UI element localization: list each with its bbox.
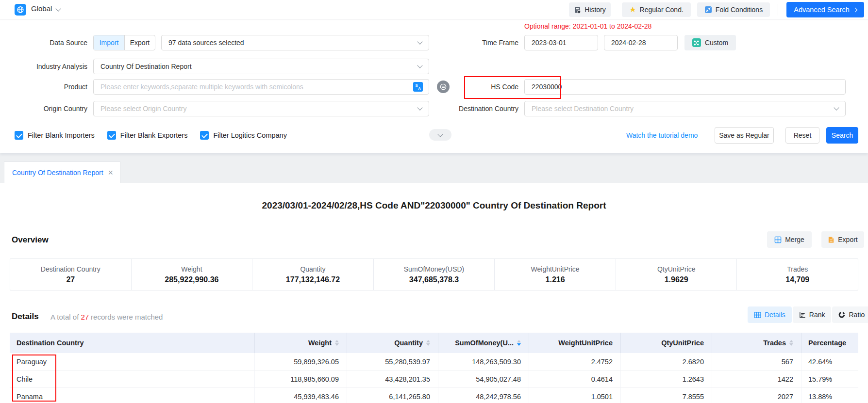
translate-icon[interactable]: A: [413, 82, 423, 92]
region-selector[interactable]: [15, 4, 26, 16]
date-end-input[interactable]: [604, 35, 678, 50]
sort-icon[interactable]: [335, 340, 339, 346]
save-as-regular-button[interactable]: Save as Regular: [715, 127, 774, 144]
cell-weight-unit-price: 0.4614: [529, 371, 621, 387]
col-header-percentage: Percentage: [801, 333, 858, 353]
history-button[interactable]: History: [569, 2, 611, 17]
col-header-destination-country: Destination Country: [10, 333, 255, 353]
industry-analysis-select[interactable]: Country Of Destination Report: [93, 59, 429, 74]
export-button[interactable]: Export: [821, 231, 864, 248]
merge-label: Merge: [785, 236, 804, 243]
tab-country-of-destination-report[interactable]: Country Of Destination Report ×: [4, 161, 120, 183]
view-ratio-label: Ratio: [849, 311, 865, 319]
checkbox-checked-icon: [107, 131, 116, 140]
view-rank-button[interactable]: Rank: [793, 306, 832, 323]
table-row[interactable]: Chile 118,985,660.09 43,428,201.35 54,90…: [10, 371, 858, 388]
close-icon[interactable]: ×: [108, 168, 113, 177]
hs-code-field[interactable]: [531, 82, 839, 91]
match-suffix: records were matched: [91, 313, 163, 321]
topbar-divider: [778, 4, 778, 16]
merge-icon: [774, 236, 782, 243]
view-details-label: Details: [765, 311, 785, 319]
col-header-sum-of-money[interactable]: SumOfMoney(U...: [438, 333, 529, 353]
fold-collapse-icon: [704, 6, 712, 14]
custom-label: Custom: [705, 39, 728, 47]
import-tab[interactable]: Import: [94, 35, 124, 50]
stat-value: 1.216: [546, 275, 565, 284]
match-summary: A total of27records were matched: [50, 313, 163, 321]
search-form-panel: Optional range: 2021-01-01 to 2024-02-28…: [0, 19, 868, 153]
col-header-weight-unit-price: WeightUnitPrice: [529, 333, 621, 353]
cell-country: Chile: [10, 371, 255, 387]
reset-button[interactable]: Reset: [785, 127, 819, 144]
hs-code-input[interactable]: [524, 79, 846, 95]
cell-sum-of-money: 48,242,978.56: [438, 388, 529, 403]
table-row[interactable]: Paraguay 59,899,326.05 55,280,539.97 148…: [10, 353, 858, 371]
filter-blank-importers-checkbox[interactable]: Filter Blank Importers: [15, 131, 95, 140]
chevron-down-icon: [417, 39, 422, 44]
history-icon: [574, 6, 581, 14]
filter-blank-exporters-checkbox[interactable]: Filter Blank Exporters: [107, 131, 188, 140]
sort-icon-active-desc[interactable]: [517, 340, 521, 346]
data-sources-select[interactable]: 97 data sources selected: [161, 35, 429, 50]
checkbox-checked-icon: [200, 131, 209, 140]
filter-checkbox-row: Filter Blank Importers Filter Blank Expo…: [15, 131, 287, 140]
product-field[interactable]: [100, 82, 413, 91]
col-header-trades[interactable]: Trades: [712, 333, 801, 353]
cell-qty-unit-price: 2.6820: [621, 353, 712, 370]
date-start-input[interactable]: [524, 35, 598, 50]
data-source-toggle: Import Export: [93, 35, 155, 50]
stat-label: SumOfMoney(USD): [404, 265, 464, 273]
destination-country-select[interactable]: Please select Destination Country: [524, 101, 846, 116]
filter-blank-exporters-label: Filter Blank Exporters: [120, 131, 188, 139]
advanced-search-button[interactable]: Advanced Search: [786, 2, 864, 17]
cell-trades: 567: [712, 353, 801, 370]
tutorial-link[interactable]: Watch the tutorial demo: [626, 130, 698, 141]
col-header-qty-unit-price: QtyUnitPrice: [621, 333, 712, 353]
table-grid-icon: [754, 312, 761, 318]
cell-sum-of-money: 54,905,027.48: [438, 371, 529, 387]
stat-value: 27: [66, 275, 75, 284]
region-label[interactable]: Global: [31, 4, 52, 13]
col-header-weight[interactable]: Weight: [255, 333, 347, 353]
search-button[interactable]: Search: [826, 127, 858, 144]
history-label: History: [584, 6, 606, 14]
stat-label: WeightUnitPrice: [531, 265, 580, 273]
chevron-down-icon: [834, 105, 839, 110]
regular-cond-button[interactable]: ★ Regular Cond.: [622, 2, 691, 17]
chevron-down-icon: [437, 131, 443, 137]
fold-conditions-button[interactable]: Fold Conditions: [697, 2, 770, 17]
pie-chart-icon: [838, 311, 845, 318]
filter-logitics-company-checkbox[interactable]: Filter Logitics Company: [200, 131, 287, 140]
sort-icon[interactable]: [789, 340, 793, 346]
export-tab[interactable]: Export: [124, 35, 155, 50]
table-row[interactable]: Panama 45,939,483.46 6,141,265.80 48,242…: [10, 388, 858, 403]
product-label: Product: [0, 79, 87, 95]
cell-country: Panama: [10, 388, 255, 403]
cell-weight-unit-price: 1.0501: [529, 388, 621, 403]
stat-trades: Trades 14,709: [736, 259, 858, 290]
hs-code-label: HS Code: [432, 79, 518, 95]
sort-icon[interactable]: [426, 340, 430, 346]
stat-value: 177,132,146.72: [286, 275, 340, 284]
origin-country-label: Origin Country: [0, 101, 87, 116]
chevron-down-icon: [417, 105, 422, 110]
view-details-button[interactable]: Details: [748, 306, 792, 323]
stat-label: Trades: [787, 265, 808, 273]
report-content: 2023/03/01-2024/02/28,HS Code AND"220300…: [0, 183, 868, 403]
cell-qty-unit-price: 7.8555: [621, 388, 712, 403]
custom-button[interactable]: Custom: [684, 35, 736, 50]
match-prefix: A total of: [50, 313, 79, 321]
view-ratio-button[interactable]: Ratio: [832, 306, 868, 323]
cell-quantity: 43,428,201.35: [347, 371, 438, 387]
view-toggle: Details Rank Ratio: [748, 306, 868, 323]
chevron-down-icon: [417, 63, 422, 68]
origin-country-select[interactable]: Please select Origin Country: [93, 101, 429, 116]
col-header-quantity[interactable]: Quantity: [347, 333, 438, 353]
chevron-down-icon[interactable]: [55, 6, 61, 11]
collapse-form-button[interactable]: [429, 129, 451, 141]
product-input[interactable]: A: [93, 79, 429, 95]
cell-qty-unit-price: 1.2643: [621, 371, 712, 387]
merge-button[interactable]: Merge: [767, 231, 812, 248]
stat-label: QtyUnitPrice: [657, 265, 696, 273]
